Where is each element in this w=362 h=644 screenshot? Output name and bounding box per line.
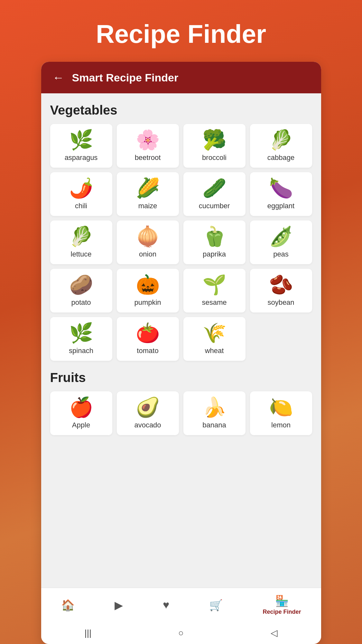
wheat-icon: 🌾 bbox=[202, 323, 227, 343]
empty-placeholder bbox=[250, 317, 312, 361]
food-item-maize[interactable]: 🌽 maize bbox=[117, 172, 179, 216]
card-header: ← Smart Recipe Finder bbox=[41, 62, 321, 93]
food-item-beetroot[interactable]: 🌸 beetroot bbox=[117, 124, 179, 168]
food-item-wheat[interactable]: 🌾 wheat bbox=[183, 317, 246, 361]
food-item-eggplant[interactable]: 🍆 eggplant bbox=[250, 172, 312, 216]
onion-icon: 🧅 bbox=[136, 227, 160, 246]
back-button[interactable]: ← bbox=[53, 71, 64, 84]
broccoli-label: broccoli bbox=[202, 154, 227, 162]
food-item-potato[interactable]: 🥔 potato bbox=[50, 269, 112, 313]
food-item-pumpkin[interactable]: 🎃 pumpkin bbox=[117, 269, 179, 313]
food-item-apple[interactable]: 🍎 Apple bbox=[50, 391, 112, 435]
wheat-label: wheat bbox=[205, 347, 224, 355]
food-item-asparagus[interactable]: 🌿 asparagus bbox=[50, 124, 112, 168]
banana-label: banana bbox=[202, 421, 226, 429]
pumpkin-label: pumpkin bbox=[134, 298, 161, 307]
nav-favorites[interactable]: ♥ bbox=[156, 597, 176, 612]
card-body: Vegetables 🌿 asparagus 🌸 beetroot 🥦 broc… bbox=[41, 93, 321, 588]
food-item-paprika[interactable]: 🫑 paprika bbox=[183, 220, 246, 264]
nav-home[interactable]: 🏠 bbox=[55, 597, 81, 613]
food-item-sesame[interactable]: 🌱 sesame bbox=[183, 269, 246, 313]
paprika-label: paprika bbox=[203, 250, 226, 258]
vegetables-grid: 🌿 asparagus 🌸 beetroot 🥦 broccoli 🥬 cabb… bbox=[50, 124, 312, 361]
paprika-icon: 🫑 bbox=[202, 227, 227, 246]
asparagus-icon: 🌿 bbox=[69, 130, 93, 150]
potato-label: potato bbox=[71, 298, 91, 307]
food-item-avocado[interactable]: 🥑 avocado bbox=[117, 391, 179, 435]
spinach-icon: 🌿 bbox=[69, 323, 93, 343]
lemon-icon: 🍋 bbox=[269, 398, 293, 417]
back-system-button[interactable]: ◁ bbox=[271, 628, 278, 638]
food-item-lemon[interactable]: 🍋 lemon bbox=[250, 391, 312, 435]
maize-label: maize bbox=[138, 202, 157, 210]
maize-icon: 🌽 bbox=[136, 179, 160, 198]
chili-label: chili bbox=[75, 202, 87, 210]
lettuce-label: lettuce bbox=[71, 250, 92, 258]
cucumber-icon: 🥒 bbox=[202, 179, 227, 198]
cabbage-label: cabbage bbox=[267, 154, 294, 162]
food-item-peas[interactable]: 🫛 peas bbox=[250, 220, 312, 264]
sesame-icon: 🌱 bbox=[202, 275, 227, 294]
recipe-finder-nav-label: Recipe Finder bbox=[263, 609, 301, 615]
system-bar: ||| ○ ◁ bbox=[41, 622, 321, 644]
peas-icon: 🫛 bbox=[269, 227, 293, 246]
play-icon: ▶ bbox=[115, 599, 123, 611]
chili-icon: 🌶️ bbox=[69, 179, 93, 198]
food-item-soybean[interactable]: 🫘 soybean bbox=[250, 269, 312, 313]
food-item-lettuce[interactable]: 🥬 lettuce bbox=[50, 220, 112, 264]
lettuce-icon: 🥬 bbox=[69, 227, 93, 246]
bottom-nav: 🏠 ▶ ♥ 🛒 🏪 Recipe Finder bbox=[41, 588, 321, 622]
home-icon: 🏠 bbox=[61, 599, 75, 611]
soybean-icon: 🫘 bbox=[269, 275, 293, 294]
nav-play[interactable]: ▶ bbox=[108, 597, 129, 613]
onion-label: onion bbox=[139, 250, 156, 258]
beetroot-label: beetroot bbox=[135, 154, 161, 162]
peas-label: peas bbox=[273, 250, 289, 258]
app-title: Recipe Finder bbox=[0, 19, 362, 49]
cabbage-icon: 🥬 bbox=[269, 130, 293, 150]
cart-icon: 🛒 bbox=[209, 599, 223, 611]
lemon-label: lemon bbox=[271, 421, 291, 429]
asparagus-label: asparagus bbox=[65, 154, 98, 162]
food-item-spinach[interactable]: 🌿 spinach bbox=[50, 317, 112, 361]
eggplant-icon: 🍆 bbox=[269, 179, 293, 198]
food-item-onion[interactable]: 🧅 onion bbox=[117, 220, 179, 264]
avocado-label: avocado bbox=[134, 421, 161, 429]
potato-icon: 🥔 bbox=[69, 275, 93, 294]
soybean-label: soybean bbox=[267, 298, 294, 307]
banana-icon: 🍌 bbox=[202, 398, 227, 417]
food-item-cabbage[interactable]: 🥬 cabbage bbox=[250, 124, 312, 168]
main-card: ← Smart Recipe Finder Vegetables 🌿 aspar… bbox=[41, 62, 321, 644]
fruits-section-title: Fruits bbox=[50, 370, 312, 385]
eggplant-label: eggplant bbox=[267, 202, 294, 210]
cucumber-label: cucumber bbox=[199, 202, 230, 210]
menu-button[interactable]: ||| bbox=[84, 628, 91, 638]
food-item-tomato[interactable]: 🍅 tomato bbox=[117, 317, 179, 361]
broccoli-icon: 🥦 bbox=[202, 130, 227, 150]
apple-icon: 🍎 bbox=[69, 398, 93, 417]
food-item-cucumber[interactable]: 🥒 cucumber bbox=[183, 172, 246, 216]
food-item-banana[interactable]: 🍌 banana bbox=[183, 391, 246, 435]
sesame-label: sesame bbox=[202, 298, 227, 307]
home-button[interactable]: ○ bbox=[178, 628, 184, 638]
recipe-finder-icon: 🏪 bbox=[275, 594, 289, 607]
apple-label: Apple bbox=[72, 421, 90, 429]
beetroot-icon: 🌸 bbox=[136, 130, 160, 150]
fruits-grid: 🍎 Apple 🥑 avocado 🍌 banana 🍋 lemon bbox=[50, 391, 312, 435]
spinach-label: spinach bbox=[69, 347, 93, 355]
tomato-label: tomato bbox=[137, 347, 158, 355]
tomato-icon: 🍅 bbox=[136, 323, 160, 343]
pumpkin-icon: 🎃 bbox=[136, 275, 160, 294]
avocado-icon: 🥑 bbox=[136, 398, 160, 417]
header-title: Smart Recipe Finder bbox=[72, 71, 179, 84]
heart-icon: ♥ bbox=[163, 599, 169, 611]
nav-recipe-finder[interactable]: 🏪 Recipe Finder bbox=[256, 593, 307, 617]
nav-cart[interactable]: 🛒 bbox=[203, 597, 229, 613]
food-item-chili[interactable]: 🌶️ chili bbox=[50, 172, 112, 216]
food-item-broccoli[interactable]: 🥦 broccoli bbox=[183, 124, 246, 168]
vegetables-section-title: Vegetables bbox=[50, 103, 312, 117]
